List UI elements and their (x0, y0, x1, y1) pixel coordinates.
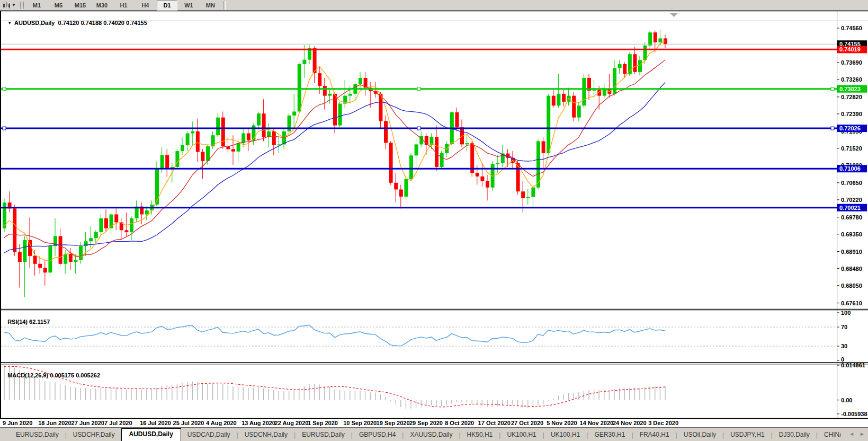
chart-tab-eurusd-daily[interactable]: EURUSD,Daily (10, 429, 65, 440)
svg-text:24 Nov 2020: 24 Nov 2020 (613, 420, 647, 426)
toolbar-separator (223, 1, 226, 10)
tabs-scroll-right-icon[interactable]: ► (860, 430, 865, 438)
svg-text:9 Jun 2020: 9 Jun 2020 (3, 420, 32, 426)
chart-tab-gbpusd-h4[interactable]: GBPUSD,H4 (353, 429, 402, 440)
svg-text:0.014861: 0.014861 (841, 362, 865, 368)
svg-text:29 Sep 2020: 29 Sep 2020 (409, 420, 443, 426)
svg-text:0.73023: 0.73023 (839, 86, 861, 92)
hline-handle[interactable] (831, 87, 834, 91)
svg-text:0.70650: 0.70650 (841, 180, 862, 186)
chart-tab-usdchf-daily[interactable]: USDCHF,Daily (67, 429, 121, 440)
svg-text:30: 30 (841, 343, 847, 349)
svg-text:0.68050: 0.68050 (841, 283, 862, 289)
chart-tab-uk100-h1[interactable]: UK100,H1 (544, 429, 586, 440)
hline-handle[interactable] (417, 127, 420, 130)
timeframe-button-h4[interactable]: H4 (135, 0, 156, 11)
svg-text:7 Jul 2020: 7 Jul 2020 (104, 420, 132, 426)
svg-text:0.69350: 0.69350 (841, 231, 862, 237)
chart-symbol-label: AUDUSD,Daily (14, 20, 55, 26)
chart-ohlc-values: 0.74120 0.74188 0.74020 0.74155 (58, 20, 147, 26)
svg-text:18 Jun 2020: 18 Jun 2020 (38, 420, 71, 426)
chart-tab-fra40-h1[interactable]: FRA40,H1 (633, 429, 676, 440)
macd-value: 0.005175 0.005262 (50, 372, 100, 378)
timeframe-button-h1[interactable]: H1 (113, 0, 134, 11)
tabs-scroll-left-icon[interactable]: ◄ (849, 430, 854, 438)
svg-text:0.71006: 0.71006 (839, 165, 861, 172)
macd-name: MACD(12,26,9) (7, 372, 48, 378)
svg-text:4 Aug 2020: 4 Aug 2020 (206, 420, 237, 426)
svg-text:0.73260: 0.73260 (841, 76, 862, 83)
chart-tab-usdcad-daily[interactable]: USDCAD,Daily (181, 429, 237, 440)
svg-text:5 Nov 2020: 5 Nov 2020 (547, 420, 577, 426)
svg-text:0.67610: 0.67610 (841, 300, 862, 306)
svg-text:27 Oct 2020: 27 Oct 2020 (511, 420, 543, 426)
macd-indicator-label: MACD(12,26,9) 0.005175 0.005262 (4, 366, 100, 378)
svg-text:25 Jul 2020: 25 Jul 2020 (173, 420, 204, 426)
svg-text:8 Oct 2020: 8 Oct 2020 (445, 420, 474, 426)
toolbar: ▼ M1M5M15M30H1H4D1W1MN (0, 0, 868, 11)
toolbar-grip[interactable] (20, 2, 24, 9)
svg-text:0.74560: 0.74560 (841, 25, 862, 31)
chart-tab-dj30-daily[interactable]: DJ30,Daily (773, 429, 816, 440)
chart-tab-xauusd-daily[interactable]: XAUUSD,Daily (404, 429, 459, 440)
chart-tab-hk50-h1[interactable]: HK50,H1 (461, 429, 499, 440)
timeframe-button-m30[interactable]: M30 (92, 0, 112, 11)
chart-info-line: ▼AUDUSD,Daily 0.74120 0.74188 0.74020 0.… (4, 13, 147, 26)
svg-text:22 Aug 2020: 22 Aug 2020 (275, 420, 309, 426)
hline-handle[interactable] (3, 87, 6, 91)
hline-handle[interactable] (417, 87, 420, 91)
svg-text:100: 100 (841, 310, 851, 316)
hline-handle[interactable] (3, 127, 6, 130)
timeframe-button-m5[interactable]: M5 (48, 0, 69, 11)
chart-canvas[interactable]: 0.745600.736900.732600.728200.723900.719… (0, 0, 868, 427)
chart-tab-bar: EURUSD,Daily|USDCHF,DailyAUDUSD,DailyUSD… (0, 427, 868, 441)
svg-text:0.73690: 0.73690 (841, 59, 862, 66)
chart-tab-usdcnh-daily[interactable]: USDCNH,Daily (238, 429, 294, 440)
chart-tab-ger30-h1[interactable]: GER30,H1 (588, 429, 631, 440)
svg-text:16 Jul 2020: 16 Jul 2020 (140, 420, 171, 426)
svg-text:3 Dec 2020: 3 Dec 2020 (648, 420, 678, 426)
svg-text:0.68910: 0.68910 (841, 249, 862, 255)
svg-text:14 Nov 2020: 14 Nov 2020 (580, 420, 614, 426)
svg-text:1 Sep 2020: 1 Sep 2020 (308, 420, 338, 426)
rsi-indicator-label: RSI(14) 62.1157 (4, 312, 50, 325)
svg-text:0.70021: 0.70021 (839, 205, 861, 211)
chart-type-icon[interactable] (2, 1, 11, 10)
svg-text:27 Jun 2020: 27 Jun 2020 (71, 420, 104, 426)
timeframe-button-d1[interactable]: D1 (157, 0, 177, 11)
timeframe-button-m1[interactable]: M1 (26, 0, 47, 11)
chart-tab-usdjpy-h1[interactable]: USDJPY,H1 (724, 429, 771, 440)
chart-menu-icon[interactable]: ▼ (7, 21, 12, 25)
rsi-value: 62.1157 (29, 319, 50, 325)
chart-tab-audusd-daily[interactable]: AUDUSD,Daily (121, 428, 181, 441)
rsi-name: RSI(14) (7, 319, 28, 325)
svg-text:-0.005938: -0.005938 (841, 411, 867, 417)
timeframe-button-m15[interactable]: M15 (70, 0, 91, 11)
timeframe-toolbar: M1M5M15M30H1H4D1W1MN (26, 0, 221, 11)
svg-text:0.00: 0.00 (841, 397, 852, 403)
svg-text:0.70220: 0.70220 (841, 197, 862, 203)
svg-text:0.71520: 0.71520 (841, 145, 862, 152)
svg-text:13 Aug 2020: 13 Aug 2020 (241, 420, 275, 426)
dropdown-caret-icon[interactable]: ▼ (12, 3, 16, 7)
chart-tab-uk100-h1[interactable]: UK100,H1 (500, 429, 542, 440)
svg-text:0.68480: 0.68480 (841, 266, 862, 272)
svg-text:0.69780: 0.69780 (841, 214, 862, 220)
timeframe-button-mn[interactable]: MN (200, 0, 221, 11)
hline-handle[interactable] (831, 127, 834, 130)
svg-text:19 Sep 2020: 19 Sep 2020 (377, 420, 410, 426)
chart-tab-china300-h1[interactable]: CHINA300,H1 (818, 429, 841, 440)
chart-tab-usoil-daily[interactable]: USOil,Daily (677, 429, 722, 440)
svg-text:0.72390: 0.72390 (841, 111, 862, 117)
chart-tab-eurusd-daily[interactable]: EURUSD,Daily (296, 429, 351, 440)
svg-text:70: 70 (841, 324, 847, 330)
svg-text:0.74019: 0.74019 (839, 46, 861, 52)
svg-text:10 Sep 2020: 10 Sep 2020 (343, 420, 377, 426)
svg-text:0.72026: 0.72026 (839, 125, 861, 131)
timeframe-button-w1[interactable]: W1 (178, 0, 199, 11)
svg-text:17 Oct 2020: 17 Oct 2020 (478, 420, 511, 426)
svg-text:0.72820: 0.72820 (841, 94, 862, 100)
